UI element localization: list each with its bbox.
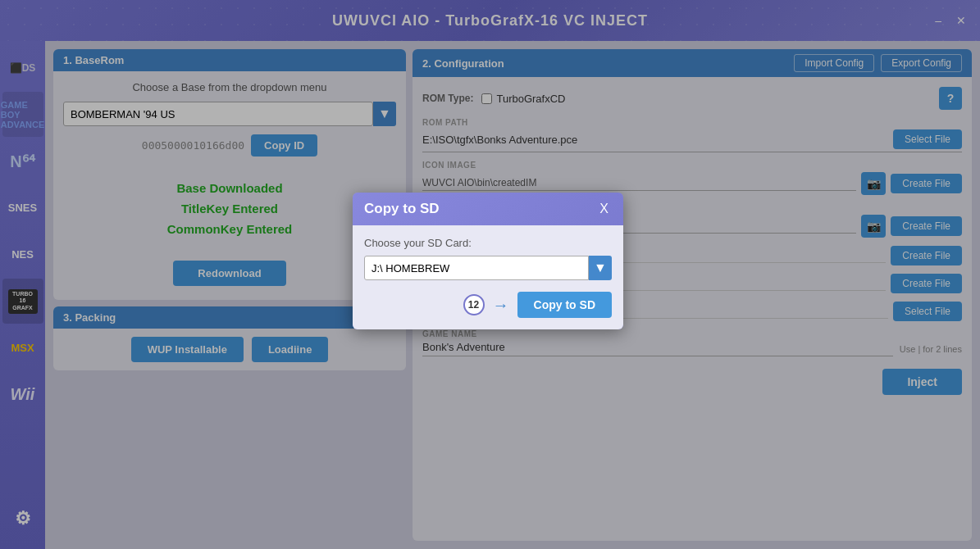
modal-sd-label: Choose your SD Card: bbox=[364, 237, 612, 249]
step-badge: 12 bbox=[463, 294, 485, 315]
sd-card-dropdown-arrow[interactable]: ▼ bbox=[589, 256, 612, 280]
copy-to-sd-modal: Copy to SD X Choose your SD Card: J:\ HO… bbox=[353, 193, 623, 329]
modal-footer-row: 12 → Copy to SD bbox=[364, 292, 612, 318]
arrow-icon: → bbox=[493, 296, 509, 315]
modal-close-button[interactable]: X bbox=[596, 202, 612, 216]
modal-title: Copy to SD bbox=[364, 201, 440, 217]
modal-dropdown-row: J:\ HOMEBREW ▼ bbox=[364, 256, 612, 280]
modal-header: Copy to SD X bbox=[353, 193, 623, 225]
copy-to-sd-button[interactable]: Copy to SD bbox=[517, 292, 612, 318]
modal-body: Choose your SD Card: J:\ HOMEBREW ▼ 12 →… bbox=[353, 225, 623, 329]
sd-card-select[interactable]: J:\ HOMEBREW bbox=[364, 256, 589, 280]
